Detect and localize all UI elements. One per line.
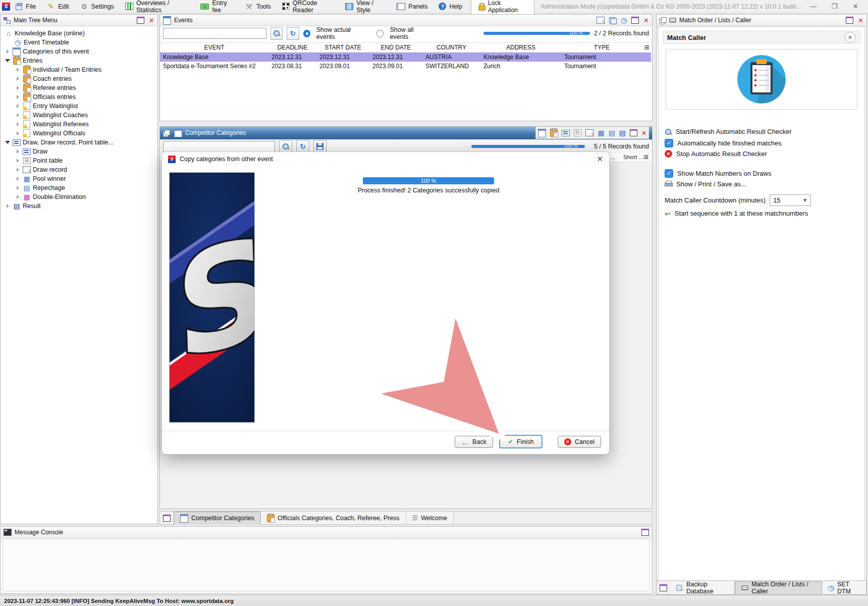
tab-match-order[interactable]: Match Order / Lists / Caller bbox=[735, 581, 822, 594]
edit-event-icon[interactable] bbox=[596, 17, 605, 24]
auto-hide-finished-checkbox[interactable]: ✓ Automatically hide finished matches bbox=[665, 139, 782, 147]
countdown-select[interactable]: 15 ▼ bbox=[770, 194, 811, 206]
close-panel-icon[interactable]: ✕ bbox=[643, 17, 649, 24]
close-panel-icon[interactable]: ✕ bbox=[858, 17, 863, 24]
back-button[interactable]: ← Back bbox=[455, 436, 493, 448]
tab-welcome[interactable]: ☰Welcome bbox=[406, 512, 454, 524]
tree-item-categories[interactable]: Categories of this event bbox=[1, 47, 157, 56]
table-row-cell[interactable]: 2023.12.31 bbox=[369, 53, 422, 62]
paste-categories-icon[interactable] bbox=[550, 129, 558, 137]
partial-column-header[interactable]: ... bbox=[610, 154, 615, 160]
finish-button[interactable]: ✔ Finish bbox=[499, 435, 542, 448]
column-chooser-icon[interactable]: ⊞ bbox=[643, 154, 648, 160]
column-header[interactable]: DEADLINE bbox=[268, 43, 316, 53]
copy-event-icon[interactable] bbox=[609, 17, 616, 24]
message-console-output[interactable] bbox=[3, 539, 650, 591]
tree-item-waitinglist-referees[interactable]: Waitinglist Referees bbox=[1, 120, 157, 129]
tree-item-knowledge-base[interactable]: ⌂Knowledge Base (online) bbox=[1, 29, 157, 38]
minimize-button[interactable]: — bbox=[803, 0, 824, 13]
expand-arrow[interactable] bbox=[15, 176, 21, 181]
menu-help[interactable]: ?Help bbox=[433, 0, 468, 13]
tree-item-pool-winner[interactable]: ▦Pool winner bbox=[1, 174, 157, 183]
maximize-panel-icon[interactable] bbox=[630, 129, 637, 136]
table-row-cell[interactable]: Tournament bbox=[561, 62, 642, 71]
column-header[interactable]: TYPE bbox=[561, 43, 642, 53]
column-header[interactable]: EVENT bbox=[160, 43, 268, 53]
close-panel-icon[interactable]: ✕ bbox=[641, 130, 647, 136]
menu-view-style[interactable]: View / Style bbox=[340, 0, 391, 13]
tree-item-double-elimination[interactable]: ▦Double-Elimination bbox=[1, 192, 157, 201]
tree-item-draw-record[interactable]: Draw record bbox=[1, 165, 157, 174]
categories-search-input[interactable] bbox=[163, 141, 275, 152]
lock-application-button[interactable]: Lock Application bbox=[471, 0, 534, 16]
table-row-cell[interactable]: 2023.09.01 bbox=[369, 62, 422, 71]
tree-item-draw[interactable]: Draw bbox=[1, 147, 157, 156]
point-table-icon[interactable] bbox=[574, 129, 581, 136]
menu-qrcode-reader[interactable]: QRCode Reader bbox=[277, 0, 340, 13]
collapse-arrow[interactable] bbox=[5, 58, 11, 63]
table-row-cell[interactable]: Sportdata e-Tournament Series #2 bbox=[160, 62, 268, 71]
expand-arrow[interactable] bbox=[5, 204, 11, 209]
column-header[interactable]: COUNTRY bbox=[422, 43, 480, 53]
radio-show-actual-events[interactable] bbox=[303, 30, 310, 37]
tab-set-dtm[interactable]: ◷SET DTM bbox=[822, 581, 866, 594]
expand-arrow[interactable] bbox=[15, 113, 21, 118]
menu-entry-fee[interactable]: Entry fee bbox=[195, 0, 239, 13]
repechage-icon[interactable]: ▤ bbox=[609, 129, 615, 137]
menu-tools[interactable]: ⚒Tools bbox=[240, 0, 277, 13]
table-row-cell[interactable]: SWITZERLAND bbox=[422, 62, 480, 71]
tree-item-referee-entries[interactable]: Referee entries bbox=[1, 83, 157, 92]
table-row-cell[interactable]: Tournament bbox=[561, 53, 642, 62]
table-row-cell[interactable]: 2023.12.31 bbox=[268, 53, 316, 62]
table-row-cell[interactable]: 2023.12.31 bbox=[316, 53, 369, 62]
expand-arrow[interactable] bbox=[15, 185, 21, 190]
pool-winner-icon[interactable]: ▦ bbox=[598, 129, 604, 137]
menu-overviews-statistics[interactable]: Overviews / Statistics bbox=[120, 0, 195, 13]
close-button[interactable]: ✕ bbox=[845, 0, 866, 13]
tree-item-draw-group[interactable]: Draw, Draw record, Point table... bbox=[1, 138, 157, 147]
tab-strip-window-icon[interactable] bbox=[660, 584, 667, 591]
draw-icon[interactable] bbox=[562, 130, 570, 136]
panel-stack-icon[interactable] bbox=[660, 17, 666, 24]
tree-item-entry-waitinglist[interactable]: Entry Waitinglist bbox=[1, 102, 157, 111]
expand-arrow[interactable] bbox=[15, 85, 21, 90]
column-chooser-icon[interactable]: ⊞ bbox=[642, 43, 651, 53]
table-row-cell[interactable]: Zurich bbox=[480, 62, 561, 71]
start-refresh-result-checker[interactable]: Start/Refresh Automatic Result Checker bbox=[665, 128, 792, 135]
checkbox-checked-icon[interactable]: ✓ bbox=[665, 169, 673, 178]
column-header[interactable]: START DATE bbox=[316, 43, 369, 53]
stop-result-checker[interactable]: ✕ Stop Automatic Result Checker bbox=[665, 150, 767, 158]
refresh-button[interactable]: ↻ bbox=[296, 140, 309, 153]
table-row-cell[interactable]: 2023.08.31 bbox=[268, 62, 316, 71]
collapse-arrow[interactable] bbox=[5, 140, 11, 145]
show-match-numbers-checkbox[interactable]: ✓ Show Match Numbers on Draws bbox=[665, 169, 771, 178]
tree-item-officials-entries[interactable]: Officials entries bbox=[1, 92, 157, 102]
tree-item-individual-team-entries[interactable]: Individual / Team Entries bbox=[1, 65, 157, 74]
collapse-section-button[interactable]: « bbox=[845, 32, 856, 43]
tab-backup-database[interactable]: Backup Database bbox=[670, 581, 735, 594]
show-print-save[interactable]: Show / Print / Save as... bbox=[665, 180, 746, 188]
print-categories-icon[interactable] bbox=[538, 129, 546, 137]
refresh-button[interactable]: ↻ bbox=[287, 27, 299, 40]
expand-arrow[interactable] bbox=[15, 122, 21, 127]
expand-arrow[interactable] bbox=[15, 67, 21, 72]
tab-competitor-categories[interactable]: Competitor Categories bbox=[174, 512, 261, 525]
menu-panels[interactable]: Panels bbox=[391, 0, 433, 13]
panel-stack-icon[interactable] bbox=[163, 130, 170, 136]
dialog-close-icon[interactable]: ✕ bbox=[596, 155, 603, 164]
close-panel-icon[interactable]: ✕ bbox=[149, 17, 154, 24]
tree-item-waitinglist-officials[interactable]: Waitinglist Officials bbox=[1, 129, 157, 138]
table-row-cell[interactable]: AUSTRIA bbox=[422, 53, 480, 62]
category-list-icon[interactable]: ▤ bbox=[619, 129, 626, 137]
partial-column-header-short[interactable]: Short ... bbox=[623, 154, 643, 160]
expand-arrow[interactable] bbox=[15, 194, 21, 199]
tree-item-result[interactable]: ▤Result bbox=[1, 201, 157, 211]
tree-item-waitinglist-coaches[interactable]: Waitinglist Coaches bbox=[1, 111, 157, 120]
maximize-panel-icon[interactable] bbox=[137, 17, 144, 24]
maximize-panel-icon[interactable] bbox=[631, 17, 639, 24]
tree-item-point-table[interactable]: Point table bbox=[1, 156, 157, 165]
save-button[interactable] bbox=[313, 140, 327, 153]
maximize-panel-icon[interactable] bbox=[641, 529, 649, 536]
event-timetable-icon[interactable]: ◷ bbox=[621, 17, 627, 24]
table-row-cell[interactable]: Knowledge Base bbox=[480, 53, 561, 62]
